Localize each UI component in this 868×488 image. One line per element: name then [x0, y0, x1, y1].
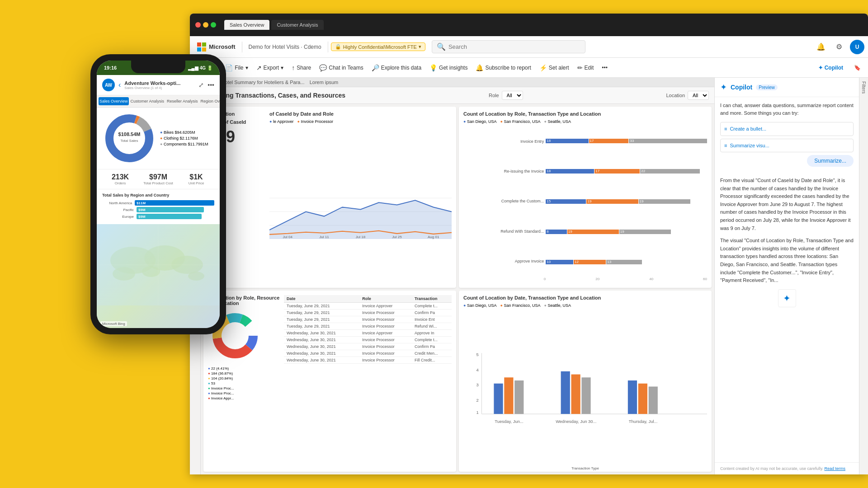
col-transaction: Transaction — [412, 295, 452, 303]
copilot-analysis-2: The visual "Count of Location by Role, T… — [720, 237, 854, 285]
copilot-suggestion-2[interactable]: ≡ Summarize visu... — [720, 139, 854, 153]
user-avatar[interactable]: U — [850, 40, 864, 54]
ms-logo-grid — [197, 42, 206, 52]
phone-screen: 19:16 ▂▄▆ 4G 🔋 AW ‹ Adventure Works-opti… — [97, 61, 220, 328]
bar-row-refund: 8 19 19 — [546, 230, 707, 234]
insights-icon: 💡 — [429, 64, 437, 71]
chat-btn[interactable]: 💬 Chat in Teams — [316, 62, 367, 73]
cell-trans: Confirm Pa — [412, 343, 452, 350]
workspace-link[interactable]: Demo for Hotel Visits · Cdemo — [245, 42, 325, 52]
window-controls — [195, 22, 216, 28]
cell-trans: Complete t... — [412, 303, 452, 310]
search-bar[interactable]: 🔍 — [432, 40, 585, 53]
table-row: Tuesday, June 29, 2021 Invoice Approver … — [284, 303, 452, 310]
export-btn[interactable]: ↗ Export ▾ — [253, 62, 288, 73]
svg-rect-31 — [504, 377, 513, 414]
cell-role: Invoice Processor — [359, 337, 412, 343]
notification-btn[interactable]: 🔔 — [814, 40, 828, 54]
phone-back-btn[interactable]: ‹ — [118, 81, 121, 89]
sensitivity-chevron: ▾ — [419, 44, 421, 50]
table-row: Wednesday, June 30, 2021 Invoice Process… — [284, 337, 452, 343]
subscribe-label: Subscribe to report — [485, 65, 531, 71]
location-select[interactable]: All — [688, 91, 709, 100]
bar-x-60: 60 — [703, 277, 707, 281]
widget-table-donut: of Location by Role, Resource and Locati… — [203, 291, 456, 472]
subscribe-btn[interactable]: 🔔 Subscribe to report — [472, 62, 534, 73]
copilot-body: I can chat, answer data questions, summa… — [715, 97, 859, 462]
phone-report-title: Adventure Works-opti... — [124, 80, 195, 86]
legend-seattle: ● Seattle, USA — [544, 119, 571, 124]
minimize-btn[interactable] — [203, 22, 208, 28]
col-date: Date — [284, 295, 359, 303]
line-chart-svg: Jul 04 Jul 11 Jul 18 Jul 25 Aug 01 — [269, 126, 452, 298]
bookmark-btn[interactable]: 🔖 — [850, 63, 864, 73]
ms-sq-yellow — [202, 47, 206, 52]
cell-role: Invoice Approver — [359, 330, 412, 337]
summarize-button[interactable]: Summarize... — [807, 155, 854, 167]
phone-app-header: AW ‹ Adventure Works-opti... Sales Overv… — [97, 75, 220, 95]
copilot-nav-label: Copilot — [825, 65, 843, 71]
more-btn[interactable]: ••• — [598, 63, 611, 73]
copilot-nav-btn[interactable]: ✦ Copilot — [815, 63, 847, 73]
phone-expand-icon[interactable]: ⤢ — [198, 81, 204, 89]
search-input[interactable] — [448, 43, 580, 50]
transactions-table: Date Role Transaction Tuesday, June 29, … — [284, 295, 452, 364]
phone-tab-region[interactable]: Region Overview — [200, 97, 220, 105]
phone-stat-orders: 213K Orders — [102, 173, 138, 185]
copilot-nav-icon: ✦ — [818, 65, 823, 71]
cell-role: Invoice Processor — [359, 350, 412, 357]
maximize-btn[interactable] — [211, 22, 216, 28]
phone-notch — [131, 61, 185, 73]
phone-stat-price: $1K Unit Price — [178, 173, 214, 185]
cell-date: Wednesday, June 30, 2021 — [284, 330, 359, 337]
export-chevron: ▾ — [281, 65, 283, 71]
read-terms-link[interactable]: Read terms — [824, 466, 845, 471]
active-tab[interactable]: Sales Overview — [224, 20, 269, 30]
copilot-suggestion-1[interactable]: ≡ Create a bullet... — [720, 122, 854, 136]
phone-more-icon[interactable]: ••• — [208, 81, 214, 89]
cell-date: Tuesday, June 29, 2021 — [284, 303, 359, 310]
file-label: File — [235, 65, 243, 71]
svg-rect-30 — [494, 384, 503, 414]
phone-page-indicator: Sales Overview (1 of 4) — [124, 86, 195, 90]
col-role: Role — [359, 295, 412, 303]
donut-legend-7: ● Invoice Appr... — [208, 396, 280, 400]
insights-btn[interactable]: 💡 Get insights — [426, 62, 471, 73]
share-label: Share — [297, 65, 311, 71]
file-btn[interactable]: 📄 File ▾ — [222, 62, 251, 73]
phone-tab-sales[interactable]: Sales Overview — [99, 97, 129, 105]
phone-map: Microsoft Bing — [97, 224, 220, 328]
transaction-type-label: Transaction Type — [463, 466, 707, 470]
legend-processor: ● Invoice Processor — [297, 119, 333, 124]
table-row: Tuesday, June 29, 2021 Invoice Processor… — [284, 316, 452, 323]
phone-map-credit: Microsoft Bing — [100, 321, 127, 326]
explore-btn[interactable]: 🔎 Explore this data — [368, 62, 425, 73]
share-btn[interactable]: ↑ Share — [288, 62, 315, 73]
cell-role: Invoice Processor — [359, 343, 412, 350]
settings-btn[interactable]: ⚙ — [832, 40, 846, 54]
bullet-icon-1: ≡ — [724, 125, 727, 133]
phone-tab-reseller[interactable]: Reseller Analysis — [166, 97, 199, 105]
brand-name: Microsoft — [209, 43, 236, 50]
close-btn[interactable] — [195, 22, 201, 28]
donut-legend-6: ● Invoice Proc... — [208, 391, 280, 395]
phone-bar-na: $11M — [135, 200, 214, 206]
phone-tab-customer[interactable]: Customer Analysis — [130, 97, 165, 105]
bar-label-invoice-entry: Invoice Entry — [463, 139, 544, 144]
sparkle-icon: ✦ — [783, 291, 791, 305]
phone-frame: 19:16 ▂▄▆ 4G 🔋 AW ‹ Adventure Works-opti… — [90, 54, 226, 334]
file-chevron: ▾ — [245, 65, 248, 71]
inactive-tab[interactable]: Customer Analysis — [271, 20, 323, 30]
svg-text:Thursday, Jul...: Thursday, Jul... — [629, 419, 658, 424]
role-select[interactable]: All — [502, 91, 523, 100]
edit-icon: ✏ — [577, 64, 583, 71]
bar-row-approve: 10 12 13 — [546, 260, 707, 264]
preview-badge: Preview — [756, 84, 778, 90]
browser-tabs: Sales Overview Customer Analysis — [224, 20, 863, 30]
more-icon: ••• — [602, 65, 608, 71]
edit-label: Edit — [585, 65, 594, 71]
edit-btn[interactable]: ✏ Edit — [574, 62, 598, 73]
alert-btn[interactable]: ⚡ Set alert — [536, 62, 573, 73]
svg-text:1: 1 — [476, 410, 478, 415]
filters-sidebar[interactable]: Filters — [859, 78, 868, 474]
